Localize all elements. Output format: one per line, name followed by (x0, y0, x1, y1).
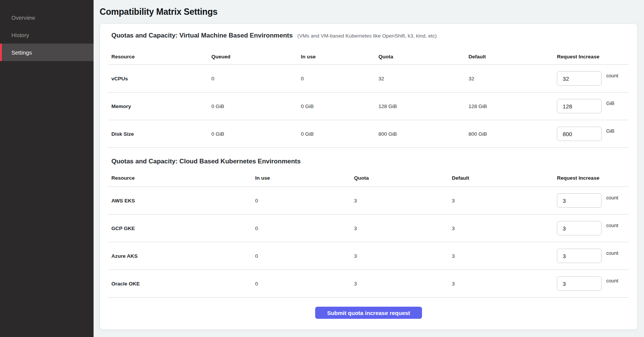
sidebar-item-settings[interactable]: Settings (0, 44, 94, 61)
sidebar-item-history[interactable]: History (0, 26, 94, 44)
unit-label: count (606, 278, 618, 284)
k8s-section-heading-row: Quotas and Capacity: Cloud Based Kuberne… (108, 158, 629, 166)
unit-label: count (606, 250, 618, 256)
aws-eks-request-increase-input[interactable] (557, 193, 602, 208)
column-header-queued: Queued (211, 54, 301, 60)
column-header-request-increase: Request Increase (557, 54, 629, 60)
default-value: 32 (469, 76, 557, 82)
quota-value: 3 (354, 253, 452, 259)
vm-section-heading: Quotas and Capacity: Virtual Machine Bas… (111, 32, 293, 39)
table-row-gcp-gke: GCP GKE 0 3 3 count (108, 215, 629, 242)
unit-label: count (606, 73, 618, 78)
k8s-section-heading: Quotas and Capacity: Cloud Based Kuberne… (111, 158, 301, 165)
oracle-oke-request-increase-input[interactable] (557, 276, 602, 291)
in-use-value: 0 (255, 281, 354, 287)
vm-table-header: Resource Queued In use Quota Default Req… (108, 40, 629, 65)
default-value: 3 (452, 253, 557, 259)
table-row-oracle-oke: Oracle OKE 0 3 3 count (108, 270, 629, 298)
memory-request-increase-input[interactable] (557, 99, 602, 113)
in-use-value: 0 (255, 226, 354, 231)
column-header-quota: Quota (354, 175, 452, 181)
disk-size-request-increase-input[interactable] (557, 127, 602, 141)
vm-section-heading-row: Quotas and Capacity: Virtual Machine Bas… (108, 24, 629, 40)
column-header-request-increase: Request Increase (557, 175, 629, 181)
column-header-in-use: In use (301, 54, 378, 60)
quota-value: 3 (354, 281, 452, 287)
default-value: 3 (452, 198, 557, 204)
queued-value: 0 (211, 76, 301, 82)
column-header-resource: Resource (108, 175, 255, 181)
column-header-default: Default (469, 54, 557, 60)
resource-name: vCPUs (108, 76, 211, 82)
table-row-azure-aks: Azure AKS 0 3 3 count (108, 242, 629, 270)
quota-settings-card: Quotas and Capacity: Virtual Machine Bas… (100, 24, 638, 330)
in-use-value: 0 (255, 198, 354, 204)
table-row-disk-size: Disk Size 0 GiB 0 GiB 800 GiB 800 GiB Gi… (108, 120, 629, 148)
request-increase-cell: count (557, 249, 629, 263)
in-use-value: 0 GiB (301, 103, 378, 109)
queued-value: 0 GiB (211, 103, 301, 109)
resource-name: GCP GKE (108, 226, 255, 231)
resource-name: Azure AKS (108, 253, 255, 259)
request-increase-cell: count (557, 276, 629, 291)
table-row-aws-eks: AWS EKS 0 3 3 count (108, 187, 629, 215)
column-header-default: Default (452, 175, 557, 181)
unit-label: GiB (606, 128, 614, 134)
quota-value: 800 GiB (378, 131, 469, 137)
request-increase-cell: count (557, 193, 629, 208)
request-increase-cell: count (557, 221, 629, 235)
in-use-value: 0 GiB (301, 131, 378, 137)
sidebar-item-overview[interactable]: Overview (0, 9, 94, 26)
in-use-value: 0 (255, 253, 354, 259)
request-increase-cell: count (557, 71, 629, 86)
gcp-gke-request-increase-input[interactable] (557, 221, 602, 235)
resource-name: Memory (108, 103, 211, 109)
column-header-resource: Resource (108, 54, 211, 60)
submit-quota-increase-button[interactable]: Submit quota increase request (315, 307, 422, 319)
resource-name: AWS EKS (108, 198, 255, 204)
unit-label: count (606, 195, 618, 201)
in-use-value: 0 (301, 76, 378, 82)
page-title: Compatibility Matrix Settings (100, 7, 217, 17)
default-value: 3 (452, 281, 557, 287)
resource-name: Oracle OKE (108, 281, 255, 287)
vcpus-request-increase-input[interactable] (557, 71, 602, 86)
quota-value: 128 GiB (378, 103, 469, 109)
default-value: 128 GiB (469, 103, 557, 109)
quota-value: 3 (354, 226, 452, 231)
k8s-table-header: Resource In use Quota Default Request In… (108, 166, 629, 187)
unit-label: GiB (606, 100, 614, 106)
quota-value: 32 (378, 76, 469, 82)
table-row-memory: Memory 0 GiB 0 GiB 128 GiB 128 GiB GiB (108, 92, 629, 120)
queued-value: 0 GiB (211, 131, 301, 137)
unit-label: count (606, 223, 618, 228)
quota-value: 3 (354, 198, 452, 204)
request-increase-cell: GiB (557, 99, 629, 113)
azure-aks-request-increase-input[interactable] (557, 249, 602, 263)
table-row-vcpus: vCPUs 0 0 32 32 count (108, 65, 629, 92)
request-increase-cell: GiB (557, 127, 629, 141)
default-value: 3 (452, 226, 557, 231)
sidebar-nav: Overview History Settings (0, 0, 94, 61)
submit-row: Submit quota increase request (108, 298, 629, 328)
column-header-quota: Quota (378, 54, 469, 60)
vm-section-subtitle: (VMs and VM-based Kubernetes like OpenSh… (297, 33, 437, 39)
default-value: 800 GiB (469, 131, 557, 137)
column-header-in-use: In use (255, 175, 354, 181)
sidebar: Overview History Settings (0, 0, 94, 337)
resource-name: Disk Size (108, 131, 211, 137)
